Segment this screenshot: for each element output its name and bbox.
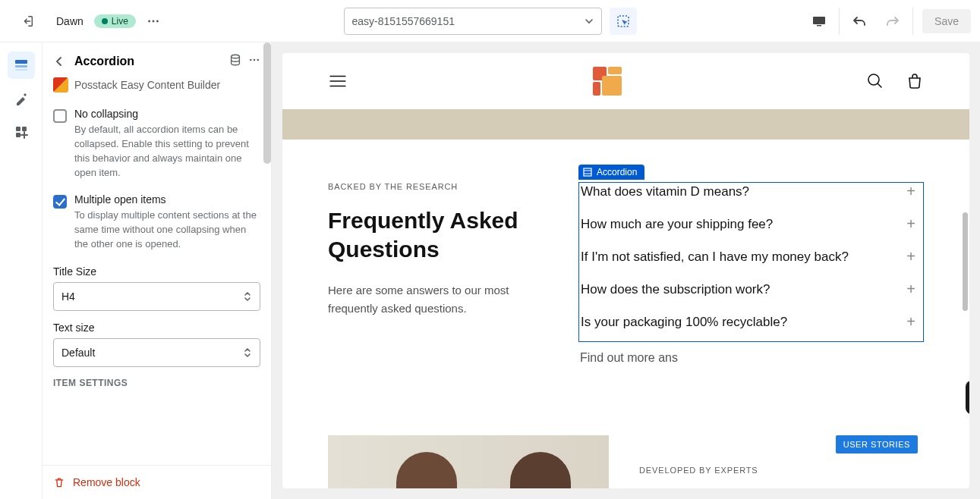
more-actions-button[interactable]: [147, 14, 160, 28]
panel-subhead: Posstack Easy Content Builder: [43, 77, 271, 102]
svg-rect-21: [584, 168, 591, 176]
floating-toolbar: [966, 381, 969, 414]
select-arrows-icon: [243, 347, 252, 358]
multiple-open-desc: To display multiple content sections at …: [74, 209, 260, 252]
faq-left: BACKED BY THE RESEARCH Frequently Asked …: [328, 182, 556, 365]
experts-eyebrow: DEVELOPED BY EXPERTS: [609, 435, 758, 475]
svg-rect-4: [813, 17, 825, 24]
no-collapsing-checkbox[interactable]: [53, 109, 67, 123]
save-button[interactable]: Save: [922, 9, 971, 33]
hamburger-menu-button[interactable]: [328, 71, 348, 91]
panel-header: Accordion: [43, 42, 271, 77]
svg-rect-10: [22, 127, 27, 131]
experts-section: DEVELOPED BY EXPERTS: [282, 435, 969, 488]
undo-button[interactable]: [843, 8, 876, 35]
accordion-item[interactable]: What does vitamin D means?+: [579, 183, 923, 208]
faq-section: BACKED BY THE RESEARCH Frequently Asked …: [282, 140, 969, 372]
chip-label: Accordion: [597, 167, 637, 177]
topbar: Dawn Live easy-8151557669151 Save: [0, 0, 980, 42]
template-select[interactable]: easy-8151557669151: [344, 8, 602, 35]
no-collapsing-desc: By default, all accordion items can be c…: [74, 123, 260, 180]
apps-tab[interactable]: [8, 118, 35, 146]
faq-title: Frequently Asked Questions: [328, 206, 556, 263]
svg-point-1: [152, 20, 154, 22]
store-logo[interactable]: [588, 62, 626, 100]
svg-point-12: [232, 55, 240, 58]
sections-tab[interactable]: [8, 52, 35, 79]
svg-point-13: [250, 59, 252, 61]
no-collapsing-title: No collapsing: [74, 108, 260, 120]
preview-frame: BACKED BY THE RESEARCH Frequently Asked …: [282, 53, 969, 488]
theme-name: Dawn: [56, 15, 84, 27]
redo-button[interactable]: [876, 8, 909, 35]
title-size-label: Title Size: [53, 265, 260, 278]
title-size-select[interactable]: H4: [53, 282, 260, 311]
canvas: BACKED BY THE RESEARCH Frequently Asked …: [272, 42, 980, 499]
svg-point-0: [148, 20, 150, 22]
exit-editor-button[interactable]: [9, 14, 46, 28]
svg-rect-8: [15, 69, 27, 71]
panel-scrollbar[interactable]: [263, 42, 271, 164]
plus-icon: +: [906, 248, 915, 265]
text-size-select[interactable]: Default: [53, 338, 260, 367]
find-more-text: Find out more ans: [578, 351, 924, 365]
plus-icon: +: [906, 215, 915, 233]
brand-text: Posstack Easy Content Builder: [74, 79, 220, 91]
svg-rect-18: [593, 82, 600, 96]
template-select-value: easy-8151557669151: [352, 15, 455, 27]
faq-right: Accordion What does vitamin D means?+ Ho…: [578, 182, 924, 365]
multiple-open-checkbox[interactable]: [53, 195, 67, 209]
plus-icon: +: [906, 313, 915, 331]
panel-title: Accordion: [74, 55, 222, 68]
theme-settings-tab[interactable]: [8, 85, 35, 112]
accordion-box[interactable]: What does vitamin D means?+ How much are…: [578, 182, 924, 342]
left-rail: [0, 42, 43, 499]
topbar-right: Save: [802, 8, 971, 35]
experts-image: [328, 435, 609, 488]
inspector-toggle-button[interactable]: [610, 8, 637, 35]
faq-eyebrow: BACKED BY THE RESEARCH: [328, 182, 556, 191]
svg-rect-17: [608, 67, 622, 74]
svg-rect-9: [16, 127, 20, 131]
more-icon[interactable]: [248, 54, 260, 69]
title-size-value: H4: [61, 290, 75, 303]
plus-icon: +: [906, 183, 915, 200]
panel-body: No collapsing By default, all accordion …: [43, 102, 271, 465]
remove-block-label: Remove block: [73, 476, 140, 488]
accordion-item[interactable]: If I'm not satisfied, can I have my mone…: [579, 240, 923, 273]
accordion-selection-chip[interactable]: Accordion: [578, 165, 644, 180]
svg-rect-6: [15, 60, 27, 64]
storefront-header: [282, 53, 969, 109]
viewport-desktop-button[interactable]: [802, 8, 836, 35]
svg-rect-5: [817, 25, 821, 27]
accordion-item[interactable]: How much are your shipping fee?+: [579, 208, 923, 240]
back-button[interactable]: [53, 55, 68, 67]
chevron-down-icon: [585, 17, 594, 26]
faq-intro: Here are some answers to our most freque…: [328, 281, 556, 318]
hero-strip: [282, 109, 969, 140]
plus-icon: +: [906, 281, 915, 298]
multiple-open-title: Multiple open items: [74, 193, 260, 206]
no-collapsing-setting: No collapsing By default, all accordion …: [53, 108, 260, 180]
accordion-item[interactable]: How does the subscription work?+: [579, 273, 923, 306]
data-source-icon[interactable]: [228, 53, 242, 70]
svg-point-14: [254, 59, 256, 61]
preview-scrollbar[interactable]: [963, 212, 968, 311]
remove-block-button[interactable]: Remove block: [43, 465, 271, 499]
svg-rect-19: [602, 76, 622, 96]
move-up-button[interactable]: [969, 384, 969, 411]
trash-icon: [53, 476, 65, 488]
divider: [839, 8, 840, 35]
multiple-open-setting: Multiple open items To display multiple …: [53, 193, 260, 252]
divider: [912, 8, 913, 35]
svg-rect-11: [16, 133, 20, 137]
accordion-item[interactable]: Is your packaging 100% recyclable?+: [579, 306, 923, 341]
svg-point-2: [156, 20, 159, 22]
cart-button[interactable]: [906, 72, 924, 90]
brand-swatch-icon: [53, 77, 68, 93]
text-size-label: Text size: [53, 322, 260, 334]
svg-point-15: [257, 59, 260, 61]
topbar-center: easy-8151557669151: [344, 8, 637, 35]
search-button[interactable]: [866, 72, 884, 90]
text-size-value: Default: [61, 347, 95, 359]
